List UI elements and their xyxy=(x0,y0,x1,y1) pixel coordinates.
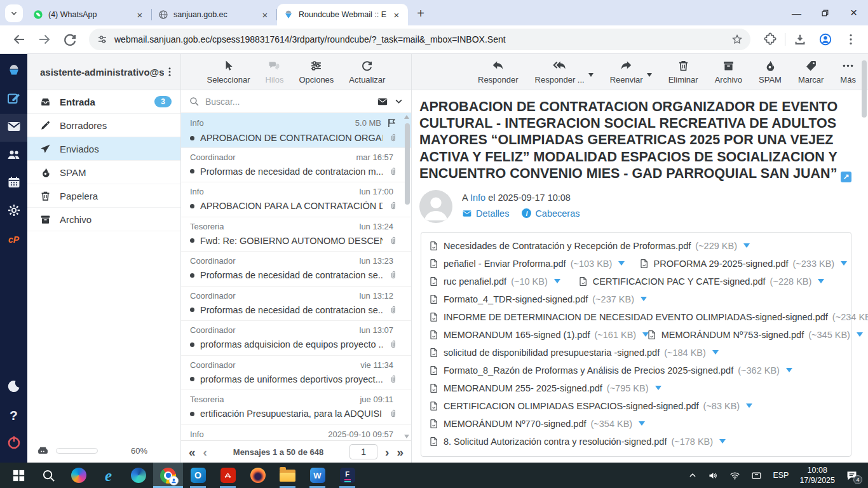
message-row[interactable]: Tesorerialun 13:24Fwd: Re: GOBIERNO AUTO… xyxy=(181,217,411,252)
rail-logout[interactable] xyxy=(0,430,27,458)
browser-tab-globe[interactable]: sanjuan.gob.ec× xyxy=(152,4,276,25)
tab-search-button[interactable] xyxy=(5,4,23,22)
attachment-menu-caret-icon[interactable] xyxy=(719,439,726,444)
message-row[interactable]: Coordinadorvie 11:34proformas de uniform… xyxy=(181,356,411,391)
message-row[interactable]: Infolun 17:00APROBACION PARA LA CONTRATA… xyxy=(181,182,411,217)
attachment-menu-caret-icon[interactable] xyxy=(554,279,560,283)
mail-eliminar-button[interactable]: Eliminar xyxy=(668,59,698,85)
taskbar-word-icon[interactable]: W xyxy=(302,463,332,488)
attachment-menu-caret-icon[interactable] xyxy=(818,279,824,283)
first-page-button[interactable]: « xyxy=(189,446,196,458)
new-tab-button[interactable]: + xyxy=(412,4,430,22)
rail-settings[interactable] xyxy=(0,198,27,226)
profile-icon[interactable] xyxy=(818,32,832,46)
message-row[interactable]: Info2025-09-10 09:57 xyxy=(181,425,411,441)
notifications-icon[interactable]: 4 xyxy=(846,470,858,481)
attachment-name[interactable]: PROFORMA 29-2025-signed.pdf xyxy=(654,259,789,269)
sidebar-item-enviados[interactable]: Enviados xyxy=(27,137,180,161)
taskbar-internet-explorer-icon[interactable]: e xyxy=(93,463,123,488)
attachment-item[interactable]: MEMORANDUM 255- 2025-signed.pdf(~795 KB) xyxy=(429,383,661,394)
address-bar[interactable]: webmail.sanjuan.gob.ec/cpsess1988317614/… xyxy=(89,29,750,50)
reload-icon[interactable] xyxy=(62,32,78,47)
mail-reenviar-button[interactable]: Reenviar xyxy=(610,59,643,85)
rail-mail[interactable] xyxy=(0,114,27,142)
attachment-item[interactable]: MEMORÁNDUM Nº753-signed.pdf(~345 KB) xyxy=(647,329,843,341)
attachment-menu-caret-icon[interactable] xyxy=(639,421,645,426)
message-row[interactable]: Info5.0 MBAPROBACION DE CONTRATACION ORG… xyxy=(181,113,411,148)
search-options-chevron-icon[interactable] xyxy=(394,97,403,106)
attachment-item[interactable]: Necesidades de Contratación y Recepción … xyxy=(429,240,750,252)
mail-archivo-button[interactable]: Archivo xyxy=(715,59,742,85)
attachment-name[interactable]: peñafiel - Enviar Proforma.pdf xyxy=(444,259,566,269)
attachment-item[interactable]: MEMORANDUM 165-signed (1).pdf(~161 KB) xyxy=(429,329,629,341)
dropdown-caret-icon[interactable] xyxy=(588,73,593,77)
attachment-item[interactable]: CERTIFICACION PAC Y CATE-signed.pdf(~228… xyxy=(578,276,825,287)
attachment-name[interactable]: Formato_4_TDR-signed-signed.pdf xyxy=(444,294,588,304)
cast-display-icon[interactable] xyxy=(751,470,762,481)
search-input[interactable] xyxy=(205,97,371,107)
attachment-item[interactable]: ruc penafiel.pdf(~10 KB) xyxy=(429,276,560,287)
mail-más-button[interactable]: Más xyxy=(840,59,856,85)
last-page-button[interactable]: » xyxy=(397,446,403,458)
attachment-name[interactable]: CERTIFICACION OLIMPIADAS ESPACIOS-signed… xyxy=(444,401,699,411)
taskbar-search-icon[interactable] xyxy=(34,463,64,488)
tab-close-icon[interactable]: × xyxy=(260,10,270,20)
back-icon[interactable] xyxy=(11,32,27,47)
attachment-menu-caret-icon[interactable] xyxy=(712,350,719,355)
wifi-icon[interactable] xyxy=(729,470,740,481)
attachment-item[interactable]: CERTIFICACION OLIMPIADAS ESPACIOS-signed… xyxy=(429,400,752,412)
attachment-menu-caret-icon[interactable] xyxy=(786,368,792,372)
taskbar-chrome-icon[interactable] xyxy=(153,463,183,488)
site-settings-icon[interactable] xyxy=(97,34,108,45)
attachment-name[interactable]: MEMORANDUM 165-signed (1).pdf xyxy=(444,330,590,340)
message-row[interactable]: Coordinadorlun 13:07proformas adquisicio… xyxy=(181,321,411,356)
extensions-icon[interactable] xyxy=(763,32,777,46)
tab-close-icon[interactable]: × xyxy=(135,10,145,20)
sidebar-item-borradores[interactable]: Borradores xyxy=(27,114,180,137)
list-opciones-button[interactable]: Opciones xyxy=(299,59,334,85)
attachment-menu-caret-icon[interactable] xyxy=(841,261,847,266)
sidebar-item-papelera[interactable]: Papelera xyxy=(27,184,180,208)
attachment-name[interactable]: solicitud de disponibilidad presupuestar… xyxy=(444,348,660,358)
rail-help[interactable]: ? xyxy=(0,402,27,430)
attachment-menu-caret-icon[interactable] xyxy=(743,243,750,248)
attachment-item[interactable]: 8. Solicitud Autorización contra y resol… xyxy=(429,436,726,447)
taskbar-outlook-icon[interactable]: O xyxy=(183,463,213,488)
attachment-name[interactable]: INFORME DE DETERMINACION DE NECESIDAD EV… xyxy=(444,312,828,322)
attachment-item[interactable]: Formato_8_Razón de Proformas y Análisis … xyxy=(429,365,792,376)
taskbar-forms-icon[interactable]: F xyxy=(332,463,362,488)
mail-marcar-button[interactable]: Marcar xyxy=(798,59,824,85)
message-row[interactable]: Tesoreriajue 09:11ertificación Presupues… xyxy=(181,390,411,425)
mail-scrollbar[interactable] xyxy=(862,60,867,118)
restore-button[interactable] xyxy=(811,0,839,25)
attachment-name[interactable]: Formato_8_Razón de Proformas y Análisis … xyxy=(444,365,733,376)
tab-close-icon[interactable]: × xyxy=(391,10,402,20)
attachment-menu-caret-icon[interactable] xyxy=(655,386,661,390)
message-row[interactable]: Coordinadormar 16:57Proformas de necesid… xyxy=(181,148,411,183)
attachment-name[interactable]: Necesidades de Contratación y Recepción … xyxy=(444,241,691,251)
minimize-button[interactable]: — xyxy=(782,0,811,25)
browser-tab-whatsapp[interactable]: (4) WhatsApp× xyxy=(27,4,151,25)
rail-roundcube-logo[interactable] xyxy=(0,58,27,86)
rail-dark-mode[interactable] xyxy=(0,374,27,402)
attachment-menu-caret-icon[interactable] xyxy=(857,332,863,337)
attachment-item[interactable]: peñafiel - Enviar Proforma.pdf(~103 KB) xyxy=(429,258,621,269)
attachment-name[interactable]: ruc penafiel.pdf xyxy=(444,276,506,287)
volume-icon[interactable] xyxy=(708,470,719,481)
attachment-item[interactable]: MEMORÁNDUM Nº770-signed.pdf(~354 KB) xyxy=(429,418,645,430)
clock[interactable]: 10:08 17/9/2025 xyxy=(799,465,835,486)
list-seleccionar-button[interactable]: Seleccionar xyxy=(207,59,250,85)
prev-page-button[interactable]: ‹ xyxy=(203,446,207,458)
taskbar-start-icon[interactable] xyxy=(4,463,34,488)
attachment-menu-caret-icon[interactable] xyxy=(618,261,625,266)
attachment-item[interactable]: PROFORMA 29-2025-signed.pdf(~233 KB) xyxy=(639,258,843,269)
taskbar-file-explorer-icon[interactable] xyxy=(273,463,302,488)
headers-button[interactable]: i Cabeceras xyxy=(522,208,580,219)
rail-cpanel[interactable]: cP xyxy=(0,226,27,254)
taskbar-acrobat-icon[interactable] xyxy=(213,463,243,488)
attachment-menu-caret-icon[interactable] xyxy=(641,297,647,301)
mail-spam-button[interactable]: SPAM xyxy=(759,59,782,85)
next-page-button[interactable]: › xyxy=(385,446,389,458)
details-button[interactable]: Detalles xyxy=(462,208,509,219)
browser-menu-icon[interactable] xyxy=(844,32,858,46)
